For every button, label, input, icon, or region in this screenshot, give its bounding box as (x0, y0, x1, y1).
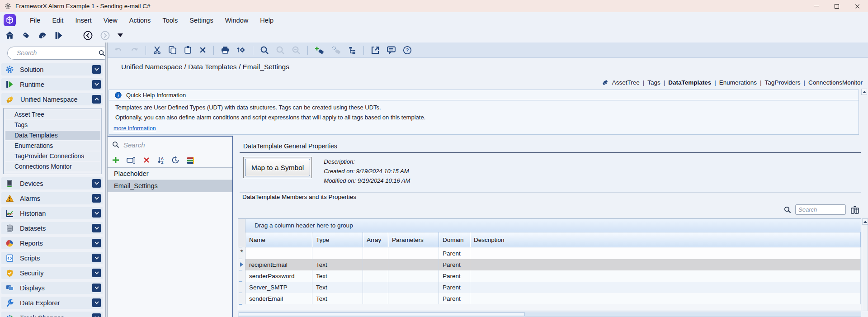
sidebar-item-security[interactable]: Security (1, 267, 103, 279)
column-header-domain[interactable]: Domain (439, 232, 470, 247)
chevron-down-icon[interactable] (92, 194, 101, 203)
grid-horizontal-scrollbar[interactable] (238, 312, 861, 317)
navigate-back-icon[interactable] (83, 31, 93, 40)
sidebar-item-asset-tree[interactable]: Asset Tree (5, 110, 100, 119)
minimize-button[interactable] (806, 0, 826, 12)
menu-window[interactable]: Window (219, 15, 255, 26)
column-header-description[interactable]: Description (470, 232, 861, 247)
sidebar-item-datasets[interactable]: Datasets (1, 222, 103, 234)
column-header-parameters[interactable]: Parameters (388, 232, 439, 247)
delete-red-icon[interactable] (143, 156, 150, 164)
menu-help[interactable]: Help (254, 15, 279, 26)
chevron-up-icon[interactable] (92, 95, 101, 104)
rename-icon[interactable] (127, 157, 136, 164)
nav-enumerations[interactable]: Enumerations (719, 79, 757, 86)
sidebar-item-historian[interactable]: Historian (1, 207, 103, 219)
nav-connectionsmonitor[interactable]: ConnectionsMonitor (808, 79, 863, 86)
sidebar-search[interactable] (7, 47, 105, 60)
history-icon[interactable] (171, 156, 179, 164)
template-item-placeholder[interactable]: Placeholder (108, 168, 232, 180)
menu-insert[interactable]: Insert (69, 15, 97, 26)
menu-edit[interactable]: Edit (46, 15, 69, 26)
chevron-down-icon[interactable] (92, 65, 101, 74)
template-search[interactable] (108, 137, 232, 153)
tag-properties-icon[interactable] (331, 46, 341, 54)
sidebar-item-tagprovider-connections[interactable]: TagProvider Connections (5, 151, 100, 161)
close-button[interactable] (847, 0, 868, 12)
paste-icon[interactable] (184, 46, 192, 54)
print-icon[interactable] (221, 46, 230, 54)
sidebar-item-devices[interactable]: Devices (1, 177, 103, 189)
menu-file[interactable]: File (24, 15, 46, 26)
redo-icon[interactable] (130, 46, 139, 54)
help-icon[interactable]: ? (403, 46, 412, 55)
history-dropdown-icon[interactable] (118, 33, 123, 37)
nav-tags[interactable]: Tags (647, 79, 660, 86)
menu-settings[interactable]: Settings (184, 15, 219, 26)
import-icon[interactable] (186, 156, 195, 164)
run-icon[interactable] (54, 31, 63, 40)
undo-icon[interactable] (114, 46, 123, 54)
sidebar-item-runtime[interactable]: Runtime (1, 78, 103, 90)
sidebar-item-data-templates[interactable]: Data Templates (5, 131, 100, 140)
chevron-down-icon[interactable] (92, 284, 101, 292)
zoom-out-icon[interactable] (276, 46, 285, 55)
navigate-forward-icon[interactable] (100, 31, 110, 40)
template-item-email-settings[interactable]: Email_Settings (108, 180, 232, 192)
cut-icon[interactable] (153, 46, 161, 54)
sort-az-icon[interactable]: AZ (157, 156, 165, 164)
column-chooser-icon[interactable] (850, 205, 860, 214)
chevron-down-icon[interactable] (92, 239, 101, 247)
menu-view[interactable]: View (98, 15, 123, 26)
sidebar-item-scripts[interactable]: Scripts (1, 252, 103, 264)
scrollbar-thumb[interactable] (239, 312, 525, 316)
zoom-reset-icon[interactable] (292, 46, 301, 55)
chevron-down-icon[interactable] (92, 224, 101, 232)
sidebar-item-enumerations[interactable]: Enumerations (5, 141, 100, 151)
sidebar-item-connections-monitor[interactable]: Connections Monitor (5, 162, 100, 171)
zoom-in-icon[interactable] (260, 46, 269, 55)
members-search-input[interactable] (795, 204, 846, 215)
template-search-input[interactable] (123, 141, 205, 149)
column-header-name[interactable]: Name (245, 232, 312, 247)
sidebar-item-solution[interactable]: Solution (1, 63, 103, 76)
grid-scroll-up-button[interactable] (862, 218, 868, 225)
sidebar-item-displays[interactable]: Displays (1, 282, 103, 294)
open-external-icon[interactable] (371, 46, 380, 55)
copy-icon[interactable] (168, 46, 177, 54)
sidebar-item-unified-namespace[interactable]: Unified Namespace (1, 93, 103, 105)
add-icon[interactable] (112, 156, 120, 164)
sidebar-item-reports[interactable]: Reports (1, 237, 103, 249)
delete-icon[interactable] (199, 46, 207, 54)
menu-tools[interactable]: Tools (156, 15, 184, 26)
grid-vertical-scrollbar[interactable] (862, 218, 868, 311)
column-header-array[interactable]: Array (363, 232, 388, 247)
maximize-button[interactable] (826, 0, 847, 12)
chevron-down-icon[interactable] (92, 313, 101, 317)
column-header-type[interactable]: Type (312, 232, 363, 247)
sidebar-item-alarms[interactable]: Alarms (1, 192, 103, 204)
chevron-down-icon[interactable] (92, 298, 101, 307)
nav-datatemplates[interactable]: DataTemplates (668, 79, 711, 86)
draw-icon[interactable] (38, 31, 47, 39)
menu-actions[interactable]: Actions (123, 15, 157, 26)
sidebar-item-track-changes[interactable]: Track Changes (1, 312, 103, 317)
group-by-band[interactable]: Drag a column header here to group (245, 219, 861, 232)
new-tag-icon[interactable] (315, 46, 325, 54)
sidebar-search-input[interactable] (17, 49, 99, 57)
chevron-down-icon[interactable] (92, 179, 101, 188)
chevron-down-icon[interactable] (92, 254, 101, 262)
chevron-down-icon[interactable] (92, 80, 101, 89)
chevron-down-icon[interactable] (92, 269, 101, 277)
hierarchy-icon[interactable] (348, 46, 357, 54)
chevron-down-icon[interactable] (92, 209, 101, 218)
tag-icon[interactable] (22, 31, 30, 39)
map-to-symbol-button[interactable]: Map to a Symbol (245, 159, 310, 176)
nav-assettree[interactable]: AssetTree (612, 79, 640, 86)
more-information-link[interactable]: more information (113, 125, 156, 132)
sidebar-item-tags[interactable]: Tags (5, 120, 100, 130)
import-export-icon[interactable] (236, 46, 246, 54)
home-icon[interactable] (5, 31, 14, 39)
scroll-up-button[interactable] (861, 89, 867, 95)
nav-tagproviders[interactable]: TagProviders (765, 79, 801, 86)
